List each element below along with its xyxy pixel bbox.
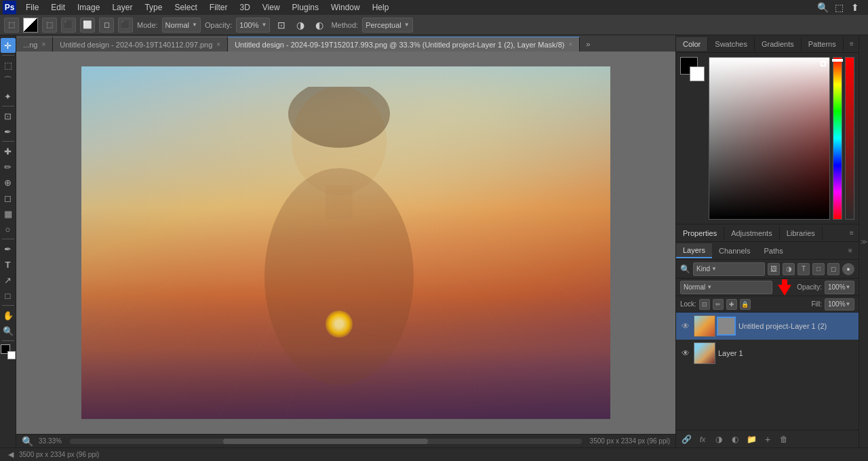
subtract-selection-btn[interactable]: ⬜ — [80, 18, 95, 33]
mask-btn[interactable]: ◑ — [293, 18, 308, 33]
method-dropdown[interactable]: Perceptual ▼ — [362, 18, 413, 33]
magic-wand-tool[interactable]: ✦ — [1, 89, 16, 104]
delete-layer-btn[interactable]: 🗑 — [776, 432, 791, 447]
libraries-tab[interactable]: Libraries — [780, 226, 823, 240]
properties-tab[interactable]: Properties — [676, 226, 724, 240]
horizontal-scrollbar[interactable] — [70, 439, 582, 444]
menu-layer[interactable]: Layer — [106, 1, 138, 14]
filter-toggle-icon[interactable]: ● — [842, 263, 854, 275]
menu-3d[interactable]: 3D — [234, 1, 255, 14]
dodge-tool[interactable]: ○ — [1, 222, 16, 237]
side-panel-scrollbar[interactable]: ≫ — [859, 35, 868, 447]
spot-heal-tool[interactable]: ✚ — [1, 144, 16, 159]
layers-tab-channels[interactable]: Channels — [712, 244, 757, 258]
zoom-controls[interactable]: 🔍 — [22, 436, 33, 447]
mode-dropdown[interactable]: Normal ▼ — [162, 18, 201, 33]
menu-file[interactable]: File — [20, 1, 44, 14]
lock-position-btn[interactable]: ✏ — [713, 299, 724, 310]
text-tool[interactable]: T — [1, 257, 16, 272]
menu-plugins[interactable]: Plugins — [287, 1, 324, 14]
marquee-tool[interactable]: ⬚ — [1, 58, 16, 73]
adjustments-tab[interactable]: Adjustments — [724, 226, 780, 240]
fill-field[interactable]: 100% ▼ — [825, 298, 854, 310]
option5-btn[interactable]: ⬛ — [118, 18, 133, 33]
shape-filter-icon[interactable]: □ — [812, 263, 825, 275]
fx-btn[interactable]: fx — [695, 432, 710, 447]
layer-1-visibility[interactable]: 👁 — [680, 321, 691, 332]
kind-dropdown[interactable]: Kind ▼ — [693, 262, 765, 276]
gradient-tool[interactable]: ▦ — [1, 206, 16, 221]
swatches-tab[interactable]: Swatches — [708, 37, 755, 51]
tab-1-close[interactable]: × — [41, 41, 45, 48]
intersect-selection-btn[interactable]: ◻ — [99, 18, 114, 33]
color-panel-menu[interactable]: ≡ — [845, 40, 859, 47]
menu-image[interactable]: Image — [72, 1, 105, 14]
opacity-dropdown[interactable]: 100% ▼ — [236, 18, 270, 33]
hue-indicator[interactable] — [832, 59, 843, 62]
link-layers-btn[interactable]: 🔗 — [679, 432, 694, 447]
tool-icon-1[interactable]: ⬚ — [4, 18, 19, 33]
lasso-tool[interactable]: ⌒ — [1, 73, 16, 88]
layer-2-visibility[interactable]: 👁 — [680, 348, 691, 359]
color-tab[interactable]: Color — [676, 37, 708, 51]
background-color[interactable] — [7, 351, 16, 359]
refine-btn[interactable]: ◐ — [312, 18, 327, 33]
layers-tab-layers[interactable]: Layers — [676, 243, 712, 258]
transform-btn[interactable]: ⊡ — [274, 18, 289, 33]
brush-tool[interactable]: ✏ — [1, 159, 16, 174]
add-mask-btn[interactable]: ◑ — [711, 432, 726, 447]
lock-artboard-btn[interactable]: ✚ — [726, 299, 737, 310]
adjust-filter-icon[interactable]: ◑ — [783, 263, 795, 275]
layers-tab-paths[interactable]: Paths — [757, 244, 790, 258]
add-selection-btn[interactable]: ⬛ — [61, 18, 76, 33]
gradients-tab[interactable]: Gradients — [755, 37, 802, 51]
tab-overflow-btn[interactable]: » — [580, 37, 596, 52]
zoom-out-btn[interactable]: 🔍 — [22, 436, 33, 447]
pixel-filter-icon[interactable]: 🖼 — [768, 263, 780, 275]
path-sel-tool[interactable]: ↗ — [1, 273, 16, 287]
eraser-tool[interactable]: ◻ — [1, 191, 16, 205]
tab-2-close[interactable]: × — [216, 41, 220, 48]
tab-3[interactable]: Untitled design - 2024-09-19T152017.993.… — [228, 37, 580, 52]
color-saturation-picker[interactable] — [709, 57, 830, 220]
layer-item-2[interactable]: 👁 Layer 1 — [676, 340, 859, 367]
rect-shape-tool[interactable]: □ — [1, 288, 16, 303]
pen-tool[interactable]: ✒ — [1, 241, 16, 256]
menu-select[interactable]: Select — [169, 1, 202, 14]
status-arrow-left[interactable]: ◀ — [5, 449, 16, 460]
new-fill-btn[interactable]: ◐ — [728, 432, 743, 447]
new-layer-btn[interactable]: + — [760, 432, 775, 447]
alpha-slider[interactable] — [845, 57, 854, 220]
blend-mode-dropdown[interactable]: Normal ▼ — [680, 281, 772, 294]
tab-1[interactable]: ...ng × — [16, 37, 53, 52]
menu-filter[interactable]: Filter — [204, 1, 233, 14]
search-button[interactable]: 🔍 — [815, 0, 830, 15]
fg-bg-small[interactable] — [23, 18, 38, 33]
background-swatch[interactable] — [690, 66, 705, 81]
prop-panel-menu[interactable]: ≡ — [845, 229, 859, 237]
scrollbar-thumb[interactable] — [223, 439, 428, 444]
clone-tool[interactable]: ⊕ — [1, 175, 16, 190]
share-button[interactable]: ⬆ — [848, 0, 863, 15]
menu-type[interactable]: Type — [139, 1, 167, 14]
new-selection-btn[interactable]: ⬚ — [42, 18, 57, 33]
menu-help[interactable]: Help — [367, 1, 395, 14]
menu-view[interactable]: View — [257, 1, 285, 14]
move-tool[interactable]: ✛ — [1, 38, 16, 53]
lock-all-btn[interactable]: 🔒 — [740, 299, 751, 310]
menu-edit[interactable]: Edit — [45, 1, 71, 14]
tab-3-close[interactable]: × — [568, 41, 572, 48]
hand-tool[interactable]: ✋ — [1, 308, 16, 323]
new-group-btn[interactable]: 📁 — [744, 432, 759, 447]
crop-tool[interactable]: ⊡ — [1, 108, 16, 123]
layer-item-1[interactable]: 👁 Untitled project-Layer 1 (2) — [676, 313, 859, 340]
lock-pixels-btn[interactable]: ⊡ — [699, 299, 710, 310]
smart-filter-icon[interactable]: ◻ — [827, 263, 840, 275]
color-picker-circle[interactable] — [821, 61, 826, 66]
menu-window[interactable]: Window — [326, 1, 366, 14]
workspace-button[interactable]: ⬚ — [831, 0, 846, 15]
tab-2[interactable]: Untitled design - 2024-09-19T140112.097.… — [53, 37, 228, 52]
opacity-field[interactable]: 100% ▼ — [825, 281, 854, 294]
text-filter-icon[interactable]: T — [797, 263, 810, 275]
layers-panel-menu[interactable]: ≡ — [845, 245, 856, 256]
